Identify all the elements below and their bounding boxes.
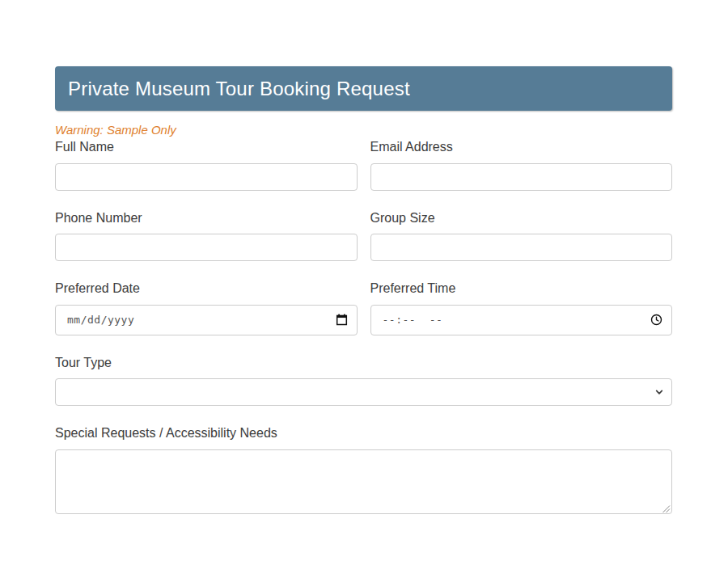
tour-type-select[interactable] bbox=[55, 378, 672, 406]
field-group-size: Group Size bbox=[370, 211, 673, 262]
time-input[interactable]: --:-- -- bbox=[370, 305, 673, 335]
date-placeholder: mm/dd/yyyy bbox=[67, 314, 134, 326]
form-header: Private Museum Tour Booking Request bbox=[55, 66, 672, 111]
preferred-date-label: Preferred Date bbox=[55, 281, 358, 296]
resize-handle[interactable] bbox=[661, 502, 671, 512]
field-preferred-time: Preferred Time --:-- -- bbox=[370, 281, 673, 335]
field-email: Email Address bbox=[370, 140, 673, 191]
booking-form: Private Museum Tour Booking Request Warn… bbox=[55, 66, 672, 514]
special-requests-textarea[interactable] bbox=[55, 449, 672, 514]
calendar-icon[interactable] bbox=[336, 314, 348, 326]
field-phone: Phone Number bbox=[55, 211, 358, 262]
field-tour-type: Tour Type bbox=[55, 356, 672, 407]
email-field[interactable] bbox=[370, 163, 673, 191]
full-name-input[interactable] bbox=[55, 163, 358, 191]
date-input[interactable]: mm/dd/yyyy bbox=[55, 305, 358, 335]
sample-warning: Warning: Sample Only bbox=[55, 123, 672, 137]
group-size-input[interactable] bbox=[370, 234, 673, 261]
time-placeholder: --:-- -- bbox=[383, 314, 443, 326]
phone-label: Phone Number bbox=[55, 211, 358, 226]
field-preferred-date: Preferred Date mm/dd/yyyy bbox=[55, 281, 358, 335]
group-size-label: Group Size bbox=[370, 211, 673, 226]
full-name-label: Full Name bbox=[55, 140, 358, 154]
phone-input[interactable] bbox=[55, 234, 358, 261]
special-requests-wrap bbox=[55, 449, 672, 514]
form-grid: Full Name Email Address Phone Number Gro… bbox=[55, 140, 672, 514]
special-requests-label: Special Requests / Accessibility Needs bbox=[55, 426, 672, 441]
page-title: Private Museum Tour Booking Request bbox=[68, 78, 410, 100]
field-full-name: Full Name bbox=[55, 140, 358, 191]
email-label: Email Address bbox=[370, 140, 673, 154]
tour-type-label: Tour Type bbox=[55, 356, 672, 370]
chevron-down-icon bbox=[654, 386, 665, 398]
preferred-time-label: Preferred Time bbox=[370, 281, 673, 296]
clock-icon[interactable] bbox=[650, 314, 662, 326]
field-special-requests: Special Requests / Accessibility Needs bbox=[55, 426, 672, 514]
